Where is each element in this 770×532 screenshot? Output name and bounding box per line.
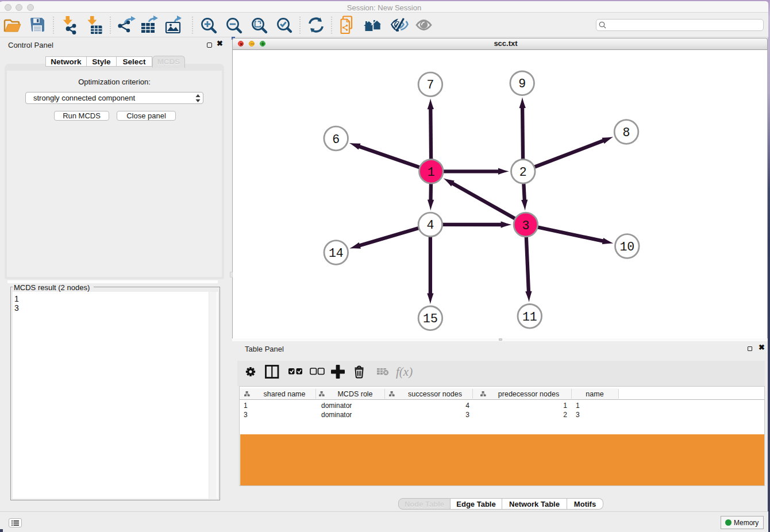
svg-text:15: 15	[423, 312, 438, 326]
svg-text:predecessor nodes: predecessor nodes	[498, 390, 559, 398]
svg-text:9: 9	[518, 77, 526, 91]
svg-text:7: 7	[426, 79, 434, 92]
svg-text:4: 4	[426, 219, 434, 233]
svg-text:6: 6	[332, 133, 340, 147]
svg-text:2: 2	[519, 165, 527, 179]
svg-text:8: 8	[623, 126, 630, 140]
svg-text:1: 1	[428, 165, 435, 179]
svg-text:successor nodes: successor nodes	[408, 390, 462, 398]
svg-text:14: 14	[329, 246, 344, 260]
svg-text:MCDS role: MCDS role	[337, 390, 372, 398]
svg-text:10: 10	[619, 240, 634, 254]
svg-text:shared name: shared name	[264, 390, 306, 398]
svg-text:3: 3	[522, 219, 529, 233]
svg-text:f(x): f(x)	[396, 365, 413, 379]
svg-text:11: 11	[522, 310, 537, 324]
svg-text:name: name	[586, 390, 603, 398]
